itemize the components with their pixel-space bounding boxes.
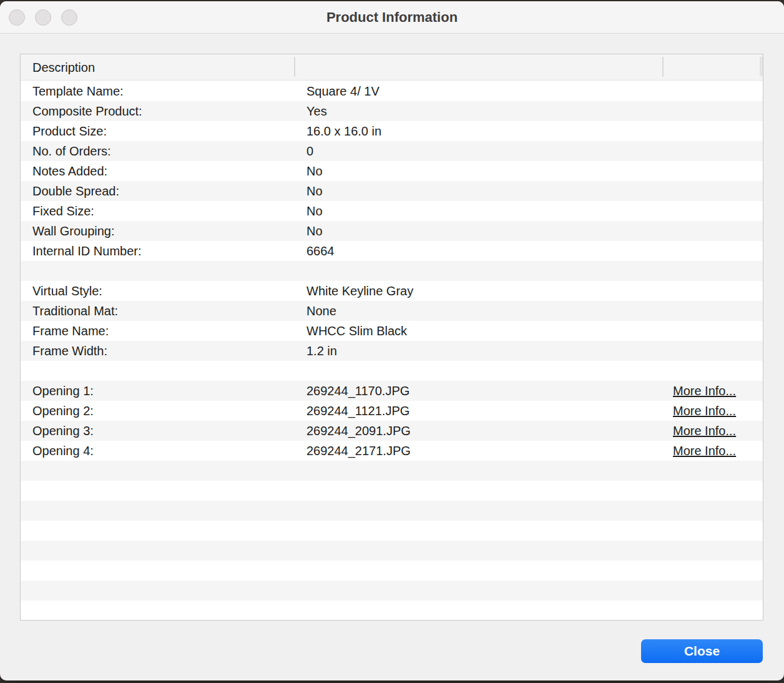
row-value: No xyxy=(306,201,323,221)
column-separator xyxy=(294,57,295,77)
column-separator xyxy=(662,57,664,77)
table-row: No. of Orders:0 xyxy=(21,141,763,161)
row-label: Frame Width: xyxy=(32,341,107,361)
table-row: Frame Name:WHCC Slim Black xyxy=(21,321,763,341)
table-row: Notes Added:No xyxy=(21,161,763,181)
table-row: Internal ID Number:6664 xyxy=(21,241,763,261)
row-label: Product Size: xyxy=(32,121,107,141)
row-label: No. of Orders: xyxy=(32,141,111,161)
table-row xyxy=(21,461,763,481)
table-row xyxy=(21,541,763,561)
row-label: Opening 3: xyxy=(32,421,94,441)
row-label: Traditional Mat: xyxy=(32,301,118,321)
scrollbar-corner xyxy=(760,57,763,76)
more-info-link[interactable]: More Info... xyxy=(673,401,736,421)
table-row: Double Spread:No xyxy=(21,181,763,201)
table-row: Opening 3:269244_2091.JPGMore Info... xyxy=(21,421,763,441)
row-value: 0 xyxy=(306,141,313,161)
product-information-dialog: Product Information Description Template… xyxy=(0,1,784,681)
row-label: Internal ID Number: xyxy=(32,241,142,261)
table-row: Template Name:Square 4/ 1V xyxy=(21,81,763,101)
row-value: 1.2 in xyxy=(306,341,337,361)
table-row: Frame Width:1.2 in xyxy=(21,341,763,361)
table-row xyxy=(21,581,763,601)
table-row: Product Size:16.0 x 16.0 in xyxy=(21,121,763,141)
row-value: None xyxy=(306,301,336,321)
row-label: Frame Name: xyxy=(32,321,109,341)
table-row xyxy=(21,521,763,541)
table-header: Description xyxy=(21,54,763,81)
table-row: Virtual Style:White Keyline Gray xyxy=(21,281,763,301)
titlebar: Product Information xyxy=(0,1,784,34)
more-info-link[interactable]: More Info... xyxy=(673,421,736,441)
row-label: Virtual Style: xyxy=(32,281,102,301)
row-value: No xyxy=(306,161,323,181)
table-row: Composite Product:Yes xyxy=(21,101,763,121)
product-info-table: Description Template Name:Square 4/ 1VCo… xyxy=(20,54,763,621)
table-row: Opening 4:269244_2171.JPGMore Info... xyxy=(21,441,763,461)
row-value: Yes xyxy=(306,101,327,121)
more-info-link[interactable]: More Info... xyxy=(673,441,736,461)
row-label: Wall Grouping: xyxy=(32,221,115,241)
table-row: Fixed Size:No xyxy=(21,201,763,221)
row-value: 16.0 x 16.0 in xyxy=(306,121,381,141)
row-label: Composite Product: xyxy=(32,101,142,121)
row-value: 269244_2091.JPG xyxy=(306,421,411,441)
more-info-link[interactable]: More Info... xyxy=(673,381,736,401)
row-value: 6664 xyxy=(306,241,335,261)
table-row: Opening 2:269244_1121.JPGMore Info... xyxy=(21,401,763,421)
table-row xyxy=(21,561,763,581)
table-row xyxy=(21,261,763,281)
close-button[interactable]: Close xyxy=(641,639,763,663)
row-value: White Keyline Gray xyxy=(306,281,413,301)
row-value: 269244_1170.JPG xyxy=(306,381,409,401)
row-label: Opening 4: xyxy=(32,441,94,461)
row-label: Double Spread: xyxy=(32,181,119,201)
table-row xyxy=(21,361,763,381)
row-value: WHCC Slim Black xyxy=(306,321,407,341)
column-header-description[interactable]: Description xyxy=(32,54,95,81)
row-label: Opening 2: xyxy=(32,401,94,421)
row-value: No xyxy=(306,221,323,241)
table-row: Wall Grouping:No xyxy=(21,221,763,241)
row-value: 269244_2171.JPG xyxy=(306,441,411,461)
table-row xyxy=(21,601,763,620)
row-label: Notes Added: xyxy=(32,161,107,181)
row-label: Template Name: xyxy=(32,81,124,101)
window-title: Product Information xyxy=(0,1,784,34)
row-label: Opening 1: xyxy=(32,381,94,401)
row-label: Fixed Size: xyxy=(32,201,94,221)
row-value: Square 4/ 1V xyxy=(306,81,380,101)
table-row: Traditional Mat:None xyxy=(21,301,763,321)
table-body: Template Name:Square 4/ 1VComposite Prod… xyxy=(21,81,763,620)
table-row: Opening 1:269244_1170.JPGMore Info... xyxy=(21,381,763,401)
table-row xyxy=(21,501,763,521)
row-value: 269244_1121.JPG xyxy=(306,401,409,421)
table-row xyxy=(21,481,763,501)
row-value: No xyxy=(306,181,323,201)
